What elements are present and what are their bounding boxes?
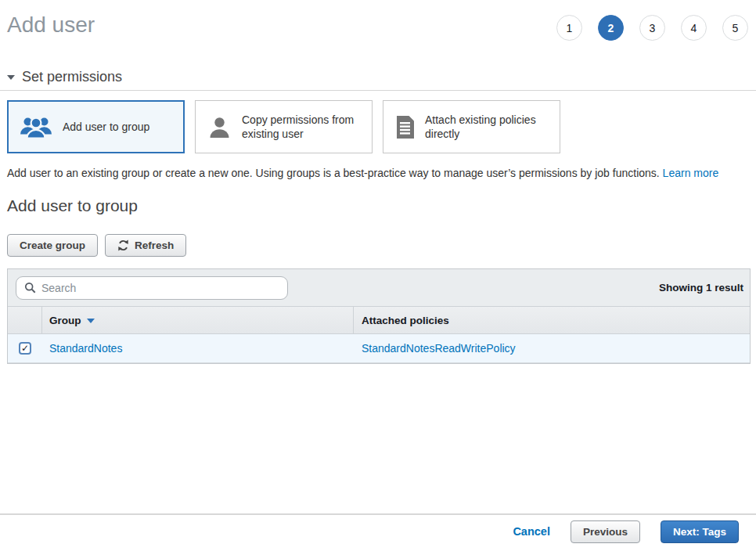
cancel-link[interactable]: Cancel — [513, 525, 550, 538]
wizard-footer: Cancel Previous Next: Tags — [0, 513, 756, 551]
step-indicator: 1 2 3 4 5 — [556, 15, 748, 41]
row-checkbox-cell: ✓ — [8, 334, 42, 362]
search-input[interactable] — [41, 282, 279, 294]
policies-column-label: Attached policies — [362, 315, 449, 326]
card-attach-policies[interactable]: Attach existing policies directly — [383, 100, 560, 153]
groups-table: Showing 1 result Group Attached policies… — [7, 268, 751, 364]
permissions-description: Add user to an existing group or create … — [0, 166, 756, 180]
description-text: Add user to an existing group or create … — [7, 167, 660, 179]
step-2-active: 2 — [598, 15, 624, 41]
table-header-row: Group Attached policies — [8, 307, 750, 334]
next-tags-button[interactable]: Next: Tags — [661, 520, 739, 543]
wizard-header: Add user 1 2 3 4 5 — [0, 0, 756, 41]
header-checkbox-cell — [8, 307, 42, 333]
learn-more-link[interactable]: Learn more — [663, 167, 719, 179]
search-icon — [24, 282, 36, 294]
card-label: Attach existing policies directly — [425, 113, 552, 141]
card-copy-permissions[interactable]: Copy permissions from existing user — [195, 100, 373, 153]
row-checkbox-checked[interactable]: ✓ — [19, 342, 31, 355]
page-title: Add user — [7, 12, 95, 38]
search-box[interactable] — [16, 276, 288, 300]
refresh-label: Refresh — [135, 239, 174, 251]
section-divider — [0, 90, 756, 91]
card-label: Add user to group — [63, 120, 149, 134]
table-row[interactable]: ✓ StandardNotes StandardNotesReadWritePo… — [8, 334, 750, 363]
group-name-link[interactable]: StandardNotes — [49, 342, 122, 355]
column-header-attached-policies: Attached policies — [353, 307, 750, 333]
users-group-icon — [20, 115, 52, 139]
refresh-icon — [117, 239, 129, 251]
step-5: 5 — [722, 15, 748, 41]
set-permissions-toggle[interactable]: Set permissions — [0, 69, 756, 85]
collapse-caret-icon — [7, 75, 15, 80]
step-4: 4 — [681, 15, 707, 41]
group-column-label: Group — [49, 315, 81, 326]
row-policy-cell: StandardNotesReadWritePolicy — [354, 334, 750, 362]
create-group-button[interactable]: Create group — [7, 234, 98, 257]
sort-descending-icon — [87, 319, 95, 323]
add-user-wizard: Add user 1 2 3 4 5 Set permissions — [0, 0, 756, 551]
step-3: 3 — [639, 15, 665, 41]
results-count: Showing 1 result — [659, 282, 745, 294]
permission-option-cards: Add user to group Copy permissions from … — [0, 100, 756, 153]
section-title: Set permissions — [22, 69, 122, 85]
document-icon — [395, 116, 415, 139]
user-icon — [207, 115, 232, 139]
row-group-cell: StandardNotes — [42, 334, 354, 362]
policy-name-link[interactable]: StandardNotesReadWritePolicy — [362, 342, 516, 355]
step-1: 1 — [556, 15, 582, 41]
card-add-user-to-group[interactable]: Add user to group — [7, 100, 185, 153]
group-section-title: Add user to group — [0, 196, 756, 215]
table-toolbar: Showing 1 result — [8, 269, 750, 307]
group-toolbar: Create group Refresh — [0, 234, 756, 257]
refresh-button[interactable]: Refresh — [105, 234, 186, 257]
previous-button[interactable]: Previous — [571, 520, 640, 543]
card-label: Copy permissions from existing user — [242, 113, 364, 141]
column-header-group[interactable]: Group — [42, 307, 354, 333]
